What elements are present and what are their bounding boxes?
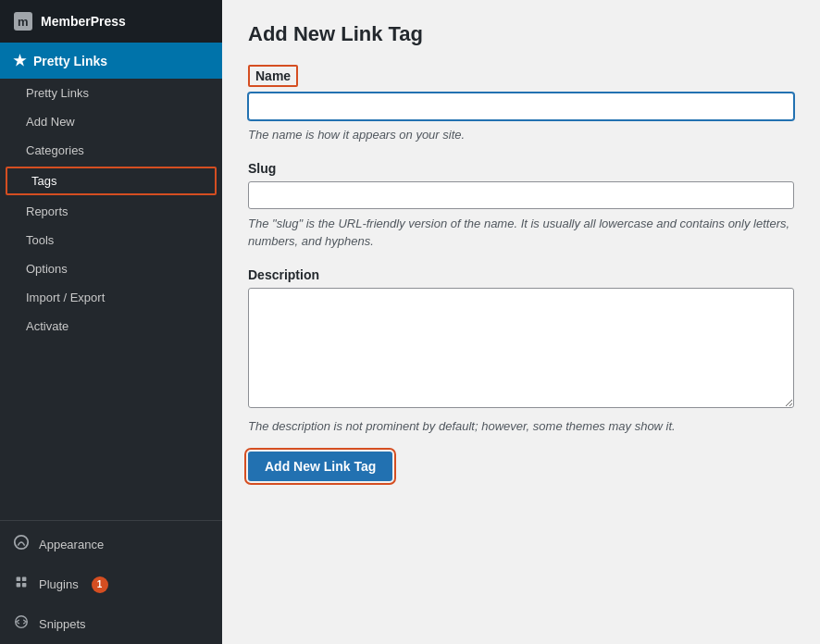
description-label: Description xyxy=(248,267,794,282)
sidebar-item-tools[interactable]: Tools xyxy=(0,226,222,254)
slug-input[interactable] xyxy=(248,181,794,209)
memberpress-icon: m xyxy=(13,11,33,31)
sidebar-item-activate[interactable]: Activate xyxy=(0,312,222,341)
appearance-label: Appearance xyxy=(39,538,104,551)
plugins-label: Plugins xyxy=(39,577,79,591)
plugins-icon xyxy=(13,574,30,595)
add-new-link-tag-button[interactable]: Add New Link Tag xyxy=(248,452,392,481)
sidebar-item-snippets[interactable]: Snippets xyxy=(0,604,222,644)
pretty-links-section-header[interactable]: ★ Pretty Links xyxy=(0,43,222,79)
slug-label: Slug xyxy=(248,161,794,176)
pretty-links-section-label: Pretty Links xyxy=(33,54,107,68)
appearance-icon xyxy=(13,534,30,555)
sidebar: m MemberPress ★ Pretty Links Pretty Link… xyxy=(0,0,222,644)
add-link-tag-form: Name The name is how it appears on your … xyxy=(248,65,794,481)
sidebar-logo-label: MemberPress xyxy=(41,14,126,29)
sidebar-item-tags[interactable]: Tags xyxy=(6,167,217,195)
description-textarea[interactable] xyxy=(248,288,794,408)
name-field-group: Name The name is how it appears on your … xyxy=(248,65,794,144)
snippets-label: Snippets xyxy=(39,617,86,631)
sidebar-item-add-new[interactable]: Add New xyxy=(0,107,222,136)
submit-section: Add New Link Tag xyxy=(248,452,794,481)
svg-rect-6 xyxy=(22,583,27,588)
sidebar-divider xyxy=(0,520,222,521)
plugins-badge: 1 xyxy=(92,576,108,593)
svg-text:m: m xyxy=(18,15,29,29)
description-field-group: Description The description is not promi… xyxy=(248,267,794,436)
sidebar-item-plugins[interactable]: Plugins 1 xyxy=(0,564,222,604)
sidebar-item-categories[interactable]: Categories xyxy=(0,136,222,165)
pretty-links-icon: ★ xyxy=(13,52,26,69)
sidebar-item-import-export[interactable]: Import / Export xyxy=(0,283,222,312)
page-title: Add New Link Tag xyxy=(248,22,794,46)
name-label: Name xyxy=(248,65,298,87)
sidebar-item-appearance[interactable]: Appearance xyxy=(0,525,222,564)
name-hint: The name is how it appears on your site. xyxy=(248,126,794,144)
svg-rect-3 xyxy=(17,577,21,582)
sidebar-item-pretty-links[interactable]: Pretty Links xyxy=(0,79,222,107)
slug-hint: The "slug" is the URL-friendly version o… xyxy=(248,215,794,251)
sidebar-item-reports[interactable]: Reports xyxy=(0,197,222,226)
name-input[interactable] xyxy=(248,93,794,120)
sidebar-logo[interactable]: m MemberPress xyxy=(0,0,222,43)
main-content: Add New Link Tag Name The name is how it… xyxy=(222,0,820,644)
svg-rect-4 xyxy=(22,577,27,582)
sidebar-item-options[interactable]: Options xyxy=(0,254,222,283)
svg-rect-5 xyxy=(17,583,21,588)
snippets-icon xyxy=(13,613,30,635)
description-hint: The description is not prominent by defa… xyxy=(248,417,794,436)
slug-field-group: Slug The "slug" is the URL-friendly vers… xyxy=(248,161,794,251)
